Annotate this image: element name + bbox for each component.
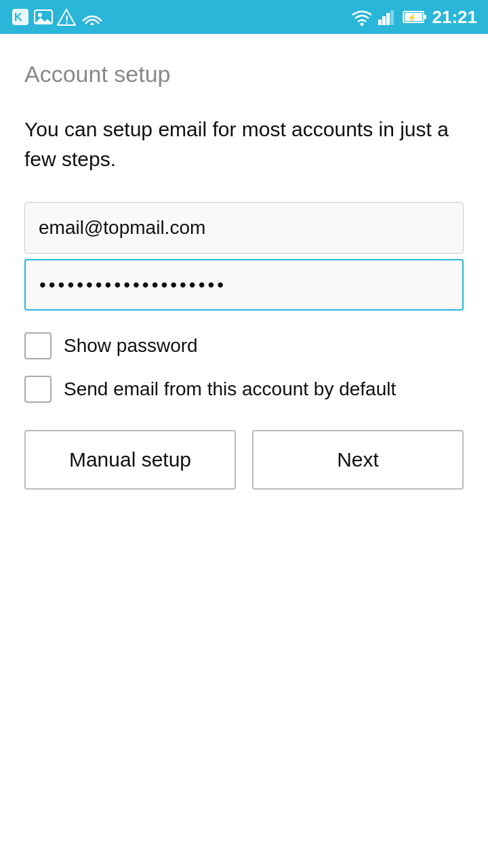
svg-rect-12 <box>390 10 394 25</box>
password-field[interactable] <box>24 259 464 311</box>
signal-icon <box>378 9 397 25</box>
svg-text:K: K <box>14 12 22 23</box>
svg-rect-14 <box>424 15 426 19</box>
svg-point-7 <box>91 23 94 26</box>
battery-icon: ⚡ <box>403 9 427 24</box>
svg-text:!: ! <box>65 14 68 26</box>
show-password-checkbox[interactable] <box>24 332 52 359</box>
svg-point-3 <box>38 13 42 17</box>
main-content: Account setup You can setup email for mo… <box>0 34 488 514</box>
wifi-bars-icon <box>80 9 104 25</box>
description-text: You can setup email for most accounts in… <box>24 115 464 174</box>
email-field[interactable] <box>24 202 464 254</box>
show-password-row: Show password <box>24 332 464 359</box>
svg-rect-11 <box>386 13 390 25</box>
page-title: Account setup <box>24 61 464 87</box>
form-group: Show password Send email from this accou… <box>24 202 464 490</box>
svg-rect-10 <box>382 16 386 25</box>
show-password-label: Show password <box>64 335 198 357</box>
manual-setup-button[interactable]: Manual setup <box>24 430 236 490</box>
app-icon: K <box>11 7 30 26</box>
svg-rect-9 <box>378 20 382 25</box>
image-icon <box>34 9 53 24</box>
svg-marker-4 <box>35 18 52 24</box>
status-time: 21:21 <box>432 7 478 28</box>
send-default-row: Send email from this account by default <box>24 376 464 403</box>
next-button[interactable]: Next <box>252 430 464 490</box>
status-bar: K ! <box>0 0 488 34</box>
send-default-checkbox[interactable] <box>24 376 52 403</box>
status-bar-right: ⚡ 21:21 <box>351 7 478 28</box>
wifi-icon <box>351 8 373 26</box>
svg-text:⚡: ⚡ <box>407 13 417 22</box>
status-bar-left: K ! <box>11 7 104 26</box>
svg-point-8 <box>360 23 363 26</box>
warning-icon: ! <box>57 8 76 26</box>
buttons-row: Manual setup Next <box>24 430 464 490</box>
send-default-label: Send email from this account by default <box>64 378 396 400</box>
